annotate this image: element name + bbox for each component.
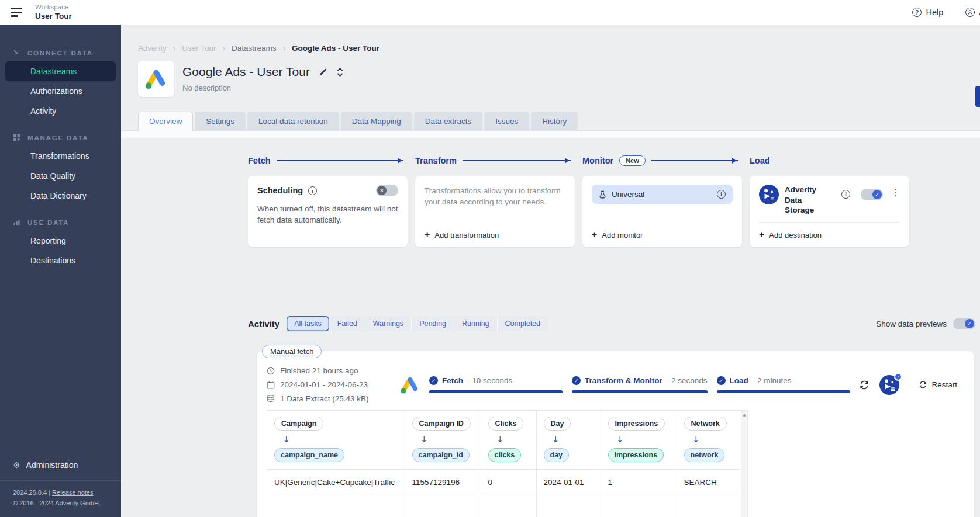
help-button[interactable]: ? Help bbox=[912, 8, 943, 17]
breadcrumb-workspace[interactable]: User Tour bbox=[182, 44, 216, 53]
breadcrumb: Adverity › User Tour › Datastreams › Goo… bbox=[121, 25, 980, 53]
flow-arrow bbox=[463, 160, 571, 161]
transform-description: Transformations allow you to transform y… bbox=[425, 186, 565, 208]
scheduling-toggle[interactable]: × bbox=[376, 185, 398, 196]
stage-transform-monitor: ✓ Transform & Monitor - 2 seconds bbox=[572, 376, 708, 393]
mapping-arrow-icon: ↓ bbox=[617, 435, 671, 444]
grid-icon bbox=[13, 134, 20, 141]
stage-fetch: ✓ Fetch - 10 seconds bbox=[429, 376, 563, 393]
mapping-chip[interactable]: campaign_id bbox=[412, 448, 470, 462]
reorder-chevrons-icon[interactable] bbox=[336, 67, 344, 77]
column-pill[interactable]: Network bbox=[684, 417, 727, 431]
scheduling-description: When turned off, this datastream will no… bbox=[257, 204, 398, 226]
universal-monitor-pill[interactable]: Universal i bbox=[592, 185, 733, 204]
filter-failed[interactable]: Failed bbox=[329, 316, 365, 331]
feedback-tab[interactable] bbox=[975, 86, 980, 107]
breadcrumb-datastreams[interactable]: Datastreams bbox=[232, 44, 277, 53]
cell-impressions: 1 bbox=[601, 470, 677, 495]
info-icon[interactable]: i bbox=[308, 186, 317, 195]
scroll-up-icon: ▲ bbox=[743, 412, 746, 417]
tab-overview[interactable]: Overview bbox=[138, 112, 193, 131]
adverity-destination-status-icon: ✓ bbox=[879, 375, 899, 395]
sidebar-item-datastreams[interactable]: Datastreams bbox=[5, 61, 116, 81]
task-data-extract[interactable]: 1 Data Extract (25.43 kB) bbox=[267, 394, 391, 403]
flow-arrow bbox=[277, 160, 403, 161]
column-pill[interactable]: Impressions bbox=[608, 417, 665, 431]
task-date-range: 2024-01-01 - 2024-06-23 bbox=[267, 380, 391, 389]
pipeline-stage-monitor: Monitor bbox=[582, 156, 613, 165]
menu-icon[interactable] bbox=[11, 8, 23, 17]
check-badge-icon: ✓ bbox=[894, 373, 902, 381]
tab-data-mapping[interactable]: Data Mapping bbox=[341, 112, 412, 130]
gear-icon: ⚙ bbox=[13, 460, 20, 470]
monitor-card: Universal i + Add monitor bbox=[582, 176, 742, 247]
restart-button[interactable]: Restart bbox=[919, 380, 957, 389]
mapping-chip[interactable]: day bbox=[544, 448, 570, 462]
tab-data-extracts[interactable]: Data extracts bbox=[414, 112, 483, 130]
sidebar-item-data-dictionary[interactable]: Data Dictionary bbox=[0, 186, 121, 206]
copyright-text: © 2016 - 2024 Adverity GmbH. bbox=[13, 498, 108, 509]
task-finished-time: Finished 21 hours ago bbox=[267, 366, 391, 375]
monitor-name: Universal bbox=[612, 190, 644, 199]
breadcrumb-adverity[interactable]: Adverity bbox=[138, 44, 167, 53]
workspace-name: User Tour bbox=[35, 12, 72, 21]
filter-running[interactable]: Running bbox=[454, 316, 497, 331]
add-monitor-button[interactable]: + Add monitor bbox=[592, 230, 733, 240]
section-connect-data: CONNECT DATA bbox=[0, 49, 121, 57]
mapping-chip[interactable]: campaign_name bbox=[274, 448, 344, 462]
info-icon[interactable]: i bbox=[717, 190, 726, 199]
add-transformation-button[interactable]: + Add transformation bbox=[425, 230, 565, 240]
scheduling-card: Scheduling i × When turned off, this dat… bbox=[248, 176, 408, 247]
column-pill[interactable]: Day bbox=[544, 417, 571, 431]
sidebar-item-administration[interactable]: ⚙ Administration bbox=[0, 452, 121, 480]
database-icon bbox=[267, 395, 275, 403]
tab-settings[interactable]: Settings bbox=[195, 112, 246, 130]
plus-icon: + bbox=[592, 230, 597, 240]
column-pill[interactable]: Campaign bbox=[274, 417, 323, 431]
sidebar-item-authorizations[interactable]: Authorizations bbox=[0, 81, 121, 101]
column-pill[interactable]: Campaign ID bbox=[412, 417, 471, 431]
sidebar-item-destinations[interactable]: Destinations bbox=[0, 251, 121, 270]
mapping-chip[interactable]: impressions bbox=[608, 448, 664, 462]
tab-local-data-retention[interactable]: Local data retention bbox=[247, 112, 339, 130]
activity-filters: All tasks Failed Warnings Pending Runnin… bbox=[287, 316, 548, 331]
info-icon[interactable]: i bbox=[841, 190, 850, 199]
destination-toggle[interactable]: ✓ bbox=[861, 189, 883, 200]
sidebar-item-transformations[interactable]: Transformations bbox=[0, 146, 121, 166]
check-circle-icon: ✓ bbox=[429, 376, 438, 385]
calendar-icon bbox=[267, 381, 275, 389]
filter-warnings[interactable]: Warnings bbox=[365, 316, 411, 331]
tab-issues[interactable]: Issues bbox=[484, 112, 529, 130]
kebab-menu-icon[interactable]: ⋮ bbox=[891, 189, 900, 197]
mapping-chip[interactable]: clicks bbox=[488, 448, 522, 462]
mapping-arrow-icon: ↓ bbox=[283, 435, 399, 444]
column-pill[interactable]: Clicks bbox=[488, 417, 524, 431]
add-destination-button[interactable]: + Add destination bbox=[759, 230, 900, 240]
sidebar-item-reporting[interactable]: Reporting bbox=[0, 231, 121, 251]
filter-pending[interactable]: Pending bbox=[411, 316, 454, 331]
cell-campaign: UK|Generic|Cake+Cupcake|Traffic bbox=[267, 470, 405, 495]
tab-bar: Overview Settings Local data retention D… bbox=[138, 112, 980, 130]
workspace-switcher[interactable]: Workspace User Tour bbox=[35, 4, 72, 21]
adverity-storage-icon bbox=[759, 185, 779, 204]
show-data-previews-toggle[interactable]: ✓ bbox=[953, 318, 975, 329]
sidebar-item-activity[interactable]: Activity bbox=[0, 101, 121, 121]
google-ads-icon bbox=[144, 67, 168, 91]
mapping-chip[interactable]: network bbox=[684, 448, 725, 462]
table-scrollbar[interactable]: ▲ bbox=[741, 411, 747, 517]
release-notes-link[interactable]: Release notes bbox=[52, 489, 93, 496]
plus-icon: + bbox=[425, 230, 430, 240]
column-header-day: Day ↓ day bbox=[536, 411, 601, 470]
filter-all-tasks[interactable]: All tasks bbox=[287, 316, 329, 331]
sync-icon[interactable] bbox=[859, 380, 869, 390]
edit-title-icon[interactable] bbox=[319, 68, 327, 77]
account-button[interactable]: Ad bbox=[965, 8, 980, 17]
destination-name: Adverity Data Storage bbox=[785, 185, 830, 216]
filter-completed[interactable]: Completed bbox=[497, 316, 548, 331]
mapping-arrow-icon: ↓ bbox=[693, 435, 736, 444]
manual-fetch-badge[interactable]: Manual fetch bbox=[262, 345, 322, 358]
user-icon bbox=[965, 8, 975, 17]
tab-history[interactable]: History bbox=[531, 112, 578, 130]
breadcrumb-current: Google Ads - User Tour bbox=[292, 44, 379, 53]
sidebar-item-data-quality[interactable]: Data Quality bbox=[0, 166, 121, 186]
